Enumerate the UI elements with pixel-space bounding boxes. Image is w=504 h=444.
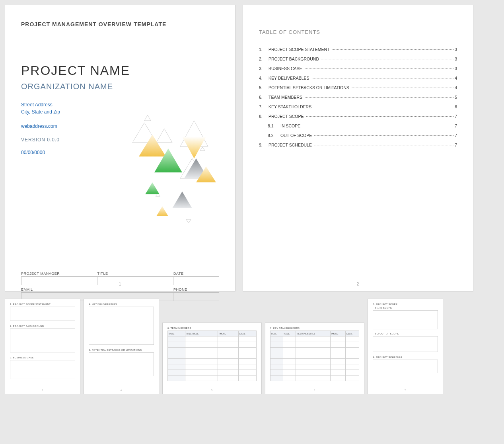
toc-leader <box>305 68 454 69</box>
toc-text: KEY STAKEHOLDERS <box>269 104 313 109</box>
toc-item[interactable]: 9.PROJECT SCHEDULE7 <box>259 143 457 147</box>
contact-form: PROJECT MANAGER TITLE DATE EMAIL <box>21 271 219 303</box>
toc-list: 1.PROJECT SCOPE STATEMENT32.PROJECT BACK… <box>259 47 457 147</box>
page-3-thumb: 1. PROJECT SCOPE STATEMENT 2. PROJECT BA… <box>5 299 80 394</box>
toc-page: 5 <box>455 95 457 100</box>
document-title: PROJECT MANAGEMENT OVERVIEW TEMPLATE <box>21 21 219 27</box>
section-heading: 4. KEY DELIVERABLES <box>89 303 154 305</box>
content-box <box>10 307 75 321</box>
page-6-thumb: 7. KEY STAKEHOLDERS ROLE NAME RESPONSIBI… <box>265 323 364 394</box>
toc-heading: TABLE OF CONTENTS <box>259 29 457 35</box>
page-5-thumb: 6. TEAM MEMBERS NAME TITLE / ROLE PHONE … <box>162 323 262 394</box>
section-heading: 3. BUSINESS CASE <box>10 356 75 359</box>
svg-marker-13 <box>145 182 160 194</box>
page-number: 7 <box>368 389 443 391</box>
section-heading: 5. POTENTIAL SETBACKS OR LIMITATIONS <box>89 349 154 351</box>
svg-marker-11 <box>184 158 208 178</box>
page-number: 5 <box>163 389 261 391</box>
toc-text: IN SCOPE <box>280 123 302 128</box>
toc-item[interactable]: 2.PROJECT BACKGROUND3 <box>259 57 457 61</box>
street-address: Street Address <box>21 101 219 108</box>
toc-num: 4. <box>259 76 269 80</box>
toc-num: 7. <box>259 104 269 109</box>
toc-num: 8. <box>259 114 269 119</box>
section-heading: 2. PROJECT BACKGROUND <box>10 325 75 327</box>
toc-item[interactable]: 6.TEAM MEMBERS5 <box>259 95 457 100</box>
toc-page: 3 <box>455 57 457 61</box>
toc-leader <box>314 135 454 136</box>
project-name: PROJECT NAME <box>21 63 219 78</box>
toc-leader <box>305 97 454 98</box>
col-email: EMAIL <box>346 331 359 336</box>
toc-text: BUSINESS CASE <box>269 66 304 71</box>
toc-text: PROJECT SCOPE STATEMENT <box>269 47 331 52</box>
toc-item[interactable]: 8.PROJECT SCOPE7 <box>259 114 457 119</box>
email-label: EMAIL <box>21 287 173 292</box>
toc-num: 5. <box>259 85 269 90</box>
toc-leader <box>321 59 454 59</box>
page-2: TABLE OF CONTENTS 1.PROJECT SCOPE STATEM… <box>243 5 473 291</box>
svg-marker-14 <box>172 192 192 208</box>
title-label: TITLE <box>97 271 174 276</box>
date-field-label: DATE <box>173 271 219 276</box>
toc-page: 7 <box>455 123 457 128</box>
toc-item[interactable]: 5.POTENTIAL SETBACKS OR LIMITATIONS4 <box>259 85 457 90</box>
content-box <box>373 360 438 373</box>
content-box <box>10 360 75 379</box>
toc-num: 6. <box>259 95 269 100</box>
col-title: TITLE / ROLE <box>185 331 218 336</box>
toc-leader <box>303 126 454 126</box>
toc-leader <box>314 107 454 107</box>
section-heading: 6. TEAM MEMBERS <box>167 327 257 329</box>
page-7-thumb: 8. PROJECT SCOPE 8.1 IN SCOPE 8.2 OUT OF… <box>368 299 443 394</box>
toc-leader <box>312 78 454 78</box>
svg-marker-6 <box>186 219 191 223</box>
page-number: 1 <box>5 282 235 286</box>
toc-leader <box>352 88 454 88</box>
page-number: 6 <box>265 389 364 391</box>
page-1: PROJECT MANAGEMENT OVERVIEW TEMPLATE PRO… <box>5 5 235 291</box>
section-heading: 1. PROJECT SCOPE STATEMENT <box>10 303 75 305</box>
toc-item[interactable]: 1.PROJECT SCOPE STATEMENT3 <box>259 47 457 52</box>
toc-page: 4 <box>455 76 457 80</box>
toc-num: 8.1 <box>268 123 280 128</box>
organization-name: ORGANIZATION NAME <box>21 82 219 91</box>
toc-page: 4 <box>455 85 457 90</box>
toc-num: 3. <box>259 66 269 71</box>
col-email: EMAIL <box>238 331 256 336</box>
phone-input[interactable] <box>173 292 219 301</box>
page-number: 3 <box>5 389 80 391</box>
toc-num: 8.2 <box>268 133 280 138</box>
svg-marker-5 <box>156 193 160 196</box>
toc-item[interactable]: 8.1IN SCOPE7 <box>259 123 457 128</box>
toc-num: 1. <box>259 47 269 52</box>
pm-label: PROJECT MANAGER <box>21 271 97 276</box>
svg-marker-0 <box>144 115 151 121</box>
col-phone: PHONE <box>218 331 238 336</box>
toc-item[interactable]: 8.2OUT OF SCOPE7 <box>259 133 457 138</box>
toc-text: POTENTIAL SETBACKS OR LIMITATIONS <box>269 85 351 90</box>
toc-page: 7 <box>455 133 457 138</box>
toc-text: PROJECT SCHEDULE <box>269 143 313 147</box>
section-heading: 9. PROJECT SCHEDULE <box>373 356 438 358</box>
toc-item[interactable]: 4.KEY DELIVERABLES4 <box>259 76 457 80</box>
svg-marker-12 <box>196 166 216 182</box>
toc-leader <box>306 116 454 117</box>
city-state-zip: City, State and Zip <box>21 108 219 115</box>
toc-text: PROJECT BACKGROUND <box>269 57 321 61</box>
team-members-table: NAME TITLE / ROLE PHONE EMAIL <box>167 331 257 381</box>
web-address: webaddress.com <box>21 123 219 130</box>
toc-page: 3 <box>455 66 457 71</box>
toc-item[interactable]: 7.KEY STAKEHOLDERS6 <box>259 104 457 109</box>
phone-label: PHONE <box>173 287 219 292</box>
toc-num: 2. <box>259 57 269 61</box>
stakeholders-table: ROLE NAME RESPONSIBILITIES PHONE EMAIL <box>270 331 359 381</box>
toc-page: 6 <box>455 104 457 109</box>
toc-item[interactable]: 3.BUSINESS CASE3 <box>259 66 457 71</box>
col-resp: RESPONSIBILITIES <box>296 331 330 336</box>
toc-page: 3 <box>455 47 457 52</box>
toc-page: 7 <box>455 143 457 147</box>
subsection-heading: 8.1 IN SCOPE <box>373 307 438 309</box>
version-label: VERSION 0.0.0 <box>21 137 219 143</box>
svg-marker-3 <box>180 158 204 178</box>
